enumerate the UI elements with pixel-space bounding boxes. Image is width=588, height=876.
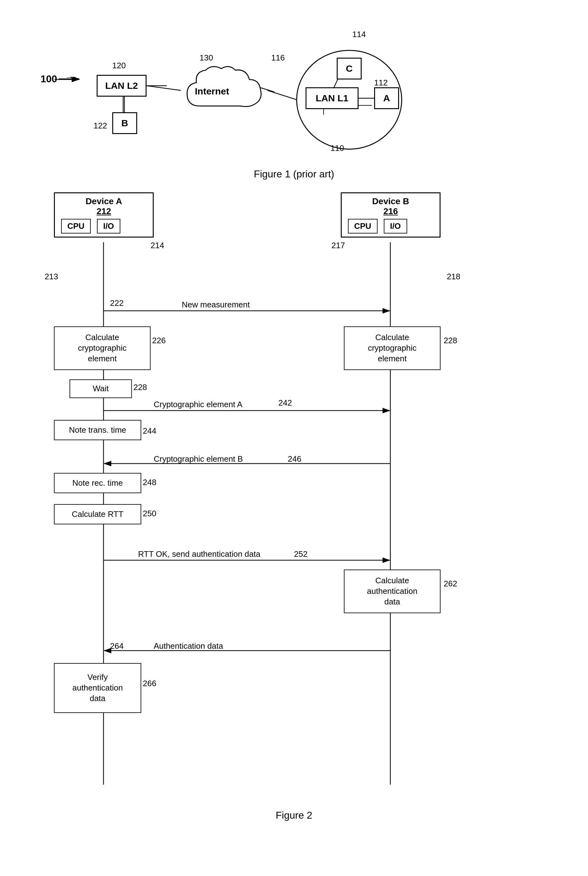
calc-rtt-box: Calculate RTT [54, 504, 141, 524]
label-222: 222 [110, 298, 123, 308]
label-100: 100 [40, 73, 57, 85]
sequence-diagram: Device A 212 CPU I/O Device B 216 CPU I/… [45, 192, 543, 800]
device-b-cpu: CPU [348, 219, 378, 234]
wait-text: Wait [93, 384, 108, 394]
label-130: 130 [200, 53, 213, 63]
label-250: 250 [143, 509, 156, 518]
note-rec-box: Note rec. time [54, 473, 141, 493]
msg-crypto-b: Cryptographic element B [154, 454, 243, 464]
label-248: 248 [143, 478, 156, 487]
msg-new-measurement: New measurement [182, 300, 250, 309]
calc-crypto-b-text: Calculatecryptographicelement [368, 332, 417, 364]
label-114: 114 [352, 30, 366, 39]
note-rec-text: Note rec. time [72, 478, 123, 489]
device-a-cpu: CPU [61, 219, 91, 234]
label-226: 226 [152, 336, 165, 345]
label-217: 217 [332, 241, 345, 250]
label-252: 252 [294, 549, 308, 559]
label-110: 110 [330, 143, 344, 153]
label-116: 116 [271, 53, 285, 63]
calc-auth-box: Calculateauthenticationdata [344, 570, 441, 613]
device-a-num: 212 [61, 206, 147, 216]
node-c-box: C [337, 58, 362, 80]
calc-rtt-text: Calculate RTT [72, 509, 123, 520]
svg-line-13 [147, 86, 181, 90]
label-112: 112 [374, 78, 387, 88]
label-246: 246 [288, 454, 301, 464]
device-a-io: I/O [97, 219, 120, 234]
wait-box: Wait [69, 380, 132, 398]
calc-crypto-b-box: Calculatecryptographicelement [344, 326, 441, 370]
device-a-title: Device A [61, 196, 147, 206]
node-b-box: B [112, 112, 137, 134]
verify-auth-text: Verifyauthenticationdata [72, 672, 123, 704]
label-244: 244 [143, 426, 156, 436]
calc-crypto-a-box: Calculatecryptographicelement [54, 326, 151, 370]
device-b-title: Device B [348, 196, 434, 206]
svg-line-14 [267, 90, 297, 100]
figure1-caption: Figure 1 (prior art) [25, 168, 563, 180]
label-214: 214 [151, 241, 164, 250]
lan-l1-box: LAN L1 [306, 87, 358, 109]
page: 100 → 120 LAN L2 122 B Internet 130 116 [0, 0, 588, 834]
verify-auth-box: Verifyauthenticationdata [54, 663, 141, 713]
device-b-io: I/O [384, 219, 407, 234]
lan-l2-box: LAN L2 [97, 75, 147, 97]
label-266: 266 [143, 679, 156, 688]
label-213: 213 [45, 272, 58, 282]
figure1-diagram: 100 → 120 LAN L2 122 B Internet 130 116 [25, 12, 563, 162]
msg-auth-data: Authentication data [154, 641, 223, 651]
arrow-100: → [65, 72, 74, 82]
label-122: 122 [93, 121, 107, 130]
label-242: 242 [278, 398, 292, 408]
device-b-num: 216 [348, 206, 434, 216]
node-a-box: A [374, 87, 399, 109]
msg-crypto-a: Cryptographic element A [154, 400, 243, 410]
calc-auth-text: Calculateauthenticationdata [367, 576, 417, 607]
device-a-box: Device A 212 CPU I/O [54, 192, 154, 237]
note-trans-box: Note trans. time [54, 420, 141, 440]
label-262: 262 [444, 579, 457, 589]
label-264: 264 [110, 641, 123, 651]
label-218: 218 [447, 272, 460, 282]
note-trans-text: Note trans. time [69, 425, 126, 435]
svg-text:Internet: Internet [195, 86, 229, 96]
label-228-wait: 228 [134, 382, 147, 392]
internet-cloud: Internet [181, 62, 268, 118]
device-b-box: Device B 216 CPU I/O [341, 192, 441, 237]
figure2-container: Device A 212 CPU I/O Device B 216 CPU I/… [25, 192, 563, 821]
msg-rtt-ok: RTT OK, send authentication data [138, 549, 260, 559]
label-120: 120 [112, 61, 126, 70]
figure2-caption: Figure 2 [25, 810, 563, 821]
label-228-calc: 228 [444, 336, 457, 345]
calc-crypto-a-text: Calculatecryptographicelement [78, 332, 127, 364]
